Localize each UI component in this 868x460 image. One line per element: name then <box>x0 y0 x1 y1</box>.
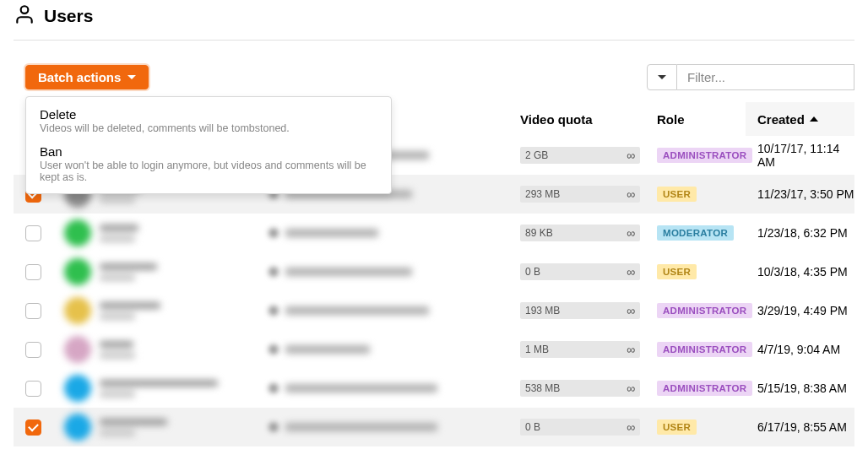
dropdown-item-delete[interactable]: Delete Videos will be deleted, comments … <box>26 102 391 139</box>
email-redacted <box>285 306 429 315</box>
avatar <box>64 258 91 285</box>
quota-bar: 293 MB∞ <box>520 186 640 203</box>
role-badge: ADMINISTRATOR <box>657 148 752 163</box>
quota-value: 1 MB <box>525 344 549 355</box>
row-checkbox[interactable] <box>25 264 41 280</box>
quota-bar: 89 KB∞ <box>520 225 640 241</box>
filter-input[interactable] <box>677 64 854 90</box>
table-row[interactable]: 0 B∞USER6/17/19, 8:55 AM <box>14 408 854 446</box>
role-badge: ADMINISTRATOR <box>657 303 752 318</box>
created-date: 11/23/17, 3:50 PM <box>746 187 854 201</box>
infinity-icon: ∞ <box>627 226 635 240</box>
filter-dropdown-button[interactable] <box>647 64 677 90</box>
email-redacted <box>285 345 370 354</box>
avatar <box>64 336 91 363</box>
users-icon <box>14 3 35 28</box>
infinity-icon: ∞ <box>627 304 635 317</box>
avatar <box>64 297 91 324</box>
verified-icon <box>269 344 279 354</box>
quota-value: 0 B <box>525 266 540 278</box>
quota-value: 538 MB <box>525 382 560 394</box>
email-redacted <box>285 423 437 431</box>
page-header: Users <box>14 3 854 41</box>
created-date: 1/23/18, 6:32 PM <box>746 226 854 240</box>
caret-down-icon <box>127 75 136 79</box>
row-checkbox[interactable] <box>25 225 41 241</box>
infinity-icon: ∞ <box>627 265 635 279</box>
avatar <box>64 219 91 246</box>
row-checkbox[interactable] <box>25 381 41 397</box>
quota-bar: 1 MB∞ <box>520 341 640 358</box>
row-checkbox[interactable] <box>25 419 41 436</box>
created-date: 10/3/18, 4:35 PM <box>746 265 854 279</box>
table-row[interactable]: 89 KB∞MODERATOR1/23/18, 6:32 PM <box>14 214 854 252</box>
dropdown-item-title: Delete <box>40 107 377 122</box>
quota-bar: 0 B∞ <box>520 419 640 436</box>
infinity-icon: ∞ <box>627 420 635 434</box>
column-header-created-label: Created <box>757 112 805 127</box>
role-badge: USER <box>657 187 697 202</box>
role-badge: ADMINISTRATOR <box>657 342 752 357</box>
role-badge: USER <box>657 264 697 279</box>
role-badge: ADMINISTRATOR <box>657 381 752 396</box>
created-date: 3/29/19, 4:49 PM <box>746 304 854 317</box>
dropdown-item-ban[interactable]: Ban User won't be able to login anymore,… <box>26 139 391 188</box>
username-redacted <box>100 419 167 436</box>
quota-value: 293 MB <box>525 188 560 200</box>
filter-group <box>647 64 854 90</box>
email-redacted <box>285 268 412 276</box>
email-redacted <box>285 229 378 237</box>
dropdown-item-title: Ban <box>40 144 377 159</box>
verified-icon <box>269 422 279 432</box>
avatar <box>64 414 91 441</box>
quota-value: 193 MB <box>525 305 560 317</box>
table-row[interactable]: 0 B∞USER10/3/18, 4:35 PM <box>14 252 854 291</box>
batch-actions-dropdown: Delete Videos will be deleted, comments … <box>25 96 392 194</box>
created-date: 6/17/19, 8:55 AM <box>746 420 854 434</box>
table-row[interactable]: 1 MB∞ADMINISTRATOR4/7/19, 9:04 AM <box>14 330 854 369</box>
sort-asc-icon <box>810 116 818 122</box>
username-redacted <box>100 263 157 281</box>
username-redacted <box>100 341 135 359</box>
quota-bar: 2 GB∞ <box>520 147 640 164</box>
verified-icon <box>269 383 279 393</box>
row-checkbox[interactable] <box>25 342 41 358</box>
infinity-icon: ∞ <box>627 382 635 395</box>
created-date: 5/15/19, 8:38 AM <box>746 382 854 395</box>
quota-bar: 193 MB∞ <box>520 302 640 319</box>
role-badge: USER <box>657 419 697 435</box>
quota-bar: 0 B∞ <box>520 263 640 280</box>
infinity-icon: ∞ <box>627 149 635 162</box>
caret-down-icon <box>658 75 666 79</box>
verified-icon <box>269 228 279 238</box>
email-redacted <box>285 384 437 392</box>
dropdown-item-desc: Videos will be deleted, comments will be… <box>40 122 377 134</box>
username-redacted <box>100 225 138 242</box>
username-redacted <box>100 302 160 320</box>
quota-value: 0 B <box>525 421 540 433</box>
verified-icon <box>269 306 279 316</box>
created-date: 10/17/17, 11:14 AM <box>746 142 854 169</box>
toolbar: Batch actions Delete Videos will be dele… <box>14 64 854 102</box>
batch-actions-button[interactable]: Batch actions <box>25 65 149 89</box>
column-header-quota[interactable]: Video quota <box>520 112 657 127</box>
created-date: 4/7/19, 9:04 AM <box>746 343 854 356</box>
avatar <box>64 375 91 402</box>
role-badge: MODERATOR <box>657 225 734 241</box>
table-row[interactable]: 193 MB∞ADMINISTRATOR3/29/19, 4:49 PM <box>14 291 854 330</box>
table-row[interactable]: 538 MB∞ADMINISTRATOR5/15/19, 8:38 AM <box>14 369 854 408</box>
quota-value: 89 KB <box>525 227 553 239</box>
svg-point-0 <box>21 6 29 14</box>
batch-actions-label: Batch actions <box>38 70 121 84</box>
verified-icon <box>269 267 279 277</box>
username-redacted <box>100 380 218 398</box>
infinity-icon: ∞ <box>627 187 635 201</box>
quota-bar: 538 MB∞ <box>520 380 640 397</box>
page-title: Users <box>44 6 93 26</box>
quota-value: 2 GB <box>525 149 548 161</box>
dropdown-item-desc: User won't be able to login anymore, but… <box>40 160 377 183</box>
column-header-created[interactable]: Created <box>746 102 854 136</box>
infinity-icon: ∞ <box>627 343 635 356</box>
row-checkbox[interactable] <box>25 303 41 319</box>
column-header-role[interactable]: Role <box>657 112 746 127</box>
